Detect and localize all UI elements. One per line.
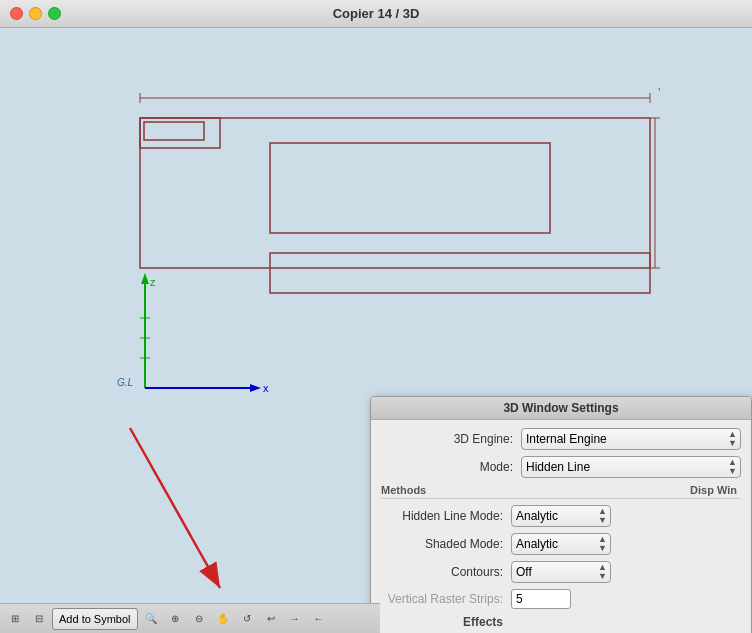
svg-rect-1 bbox=[270, 143, 550, 233]
settings-panel: 3D Window Settings 3D Engine: Internal E… bbox=[370, 396, 752, 633]
engine-select[interactable]: Internal Engine bbox=[521, 428, 741, 450]
panel-title: 3D Window Settings bbox=[371, 397, 751, 420]
vertical-raster-label: Vertical Raster Strips: bbox=[381, 592, 511, 606]
mode-row: Mode: Hidden Line ▲▼ bbox=[381, 456, 741, 478]
hidden-line-mode-label: Hidden Line Mode: bbox=[381, 509, 511, 523]
mode-select-wrapper[interactable]: Hidden Line ▲▼ bbox=[521, 456, 741, 478]
canvas-area: Y z x G.L bbox=[0, 28, 752, 633]
svg-rect-0 bbox=[140, 118, 650, 268]
svg-marker-16 bbox=[250, 384, 261, 392]
coordinate-axes: z x G.L bbox=[115, 268, 275, 398]
toolbar-icon-zoomin[interactable]: ⊕ bbox=[164, 608, 186, 630]
window-controls bbox=[10, 7, 61, 20]
toolbar-icon-left[interactable]: ← bbox=[308, 608, 330, 630]
contours-wrapper[interactable]: Off ▲▼ bbox=[511, 561, 611, 583]
window-title: Copier 14 / 3D bbox=[333, 6, 420, 21]
mode-label: Mode: bbox=[381, 460, 521, 474]
toolbar-icon-hand[interactable]: ✋ bbox=[212, 608, 234, 630]
engine-label: 3D Engine: bbox=[381, 432, 521, 446]
toolbar-icon-2[interactable]: ⊟ bbox=[28, 608, 50, 630]
methods-header-text: Methods bbox=[381, 484, 426, 496]
hidden-line-mode-row: Hidden Line Mode: Analytic ▲▼ bbox=[381, 505, 741, 527]
contours-select[interactable]: Off bbox=[511, 561, 611, 583]
vertical-raster-input[interactable] bbox=[511, 589, 571, 609]
shaded-mode-label: Shaded Mode: bbox=[381, 537, 511, 551]
svg-text:G.L: G.L bbox=[117, 377, 133, 388]
engine-select-wrapper[interactable]: Internal Engine ▲▼ bbox=[521, 428, 741, 450]
disp-header: Disp Win bbox=[690, 484, 737, 496]
methods-section: Methods Disp Win Hidden Line Mode: Analy… bbox=[381, 484, 741, 629]
svg-text:z: z bbox=[150, 276, 156, 288]
svg-rect-3 bbox=[144, 122, 204, 140]
toolbar-icon-zoomout[interactable]: ⊖ bbox=[188, 608, 210, 630]
arrow-diagonal bbox=[100, 418, 300, 618]
mode-select[interactable]: Hidden Line bbox=[521, 456, 741, 478]
toolbar-icon-right[interactable]: → bbox=[284, 608, 306, 630]
hidden-line-mode-wrapper[interactable]: Analytic ▲▼ bbox=[511, 505, 611, 527]
svg-line-27 bbox=[130, 428, 220, 588]
effects-row: Effects bbox=[381, 615, 741, 629]
bottom-toolbar: ⊞ ⊟ Add to Symbol 🔍 ⊕ ⊖ ✋ ↺ ↩ → ← bbox=[0, 603, 380, 633]
shaded-mode-wrapper[interactable]: Analytic ▲▼ bbox=[511, 533, 611, 555]
effects-label: Effects bbox=[381, 615, 511, 629]
maximize-button[interactable] bbox=[48, 7, 61, 20]
titlebar: Copier 14 / 3D bbox=[0, 0, 752, 28]
svg-marker-13 bbox=[141, 273, 149, 284]
toolbar-icon-1[interactable]: ⊞ bbox=[4, 608, 26, 630]
contours-row: Contours: Off ▲▼ bbox=[381, 561, 741, 583]
hidden-line-mode-select[interactable]: Analytic bbox=[511, 505, 611, 527]
panel-body: 3D Engine: Internal Engine ▲▼ Mode: Hidd… bbox=[371, 420, 751, 633]
add-to-symbol-button[interactable]: Add to Symbol bbox=[52, 608, 138, 630]
toolbar-icon-zoom[interactable]: 🔍 bbox=[140, 608, 162, 630]
minimize-button[interactable] bbox=[29, 7, 42, 20]
contours-label: Contours: bbox=[381, 565, 511, 579]
vertical-raster-row: Vertical Raster Strips: bbox=[381, 589, 741, 609]
engine-row: 3D Engine: Internal Engine ▲▼ bbox=[381, 428, 741, 450]
toolbar-icon-rotate1[interactable]: ↺ bbox=[236, 608, 258, 630]
toolbar-icon-rotate2[interactable]: ↩ bbox=[260, 608, 282, 630]
svg-rect-4 bbox=[270, 253, 650, 293]
svg-text:Y: Y bbox=[658, 87, 660, 98]
shaded-mode-row: Shaded Mode: Analytic ▲▼ bbox=[381, 533, 741, 555]
methods-header: Methods Disp Win bbox=[381, 484, 741, 499]
close-button[interactable] bbox=[10, 7, 23, 20]
shaded-mode-select[interactable]: Analytic bbox=[511, 533, 611, 555]
svg-text:x: x bbox=[263, 382, 269, 394]
